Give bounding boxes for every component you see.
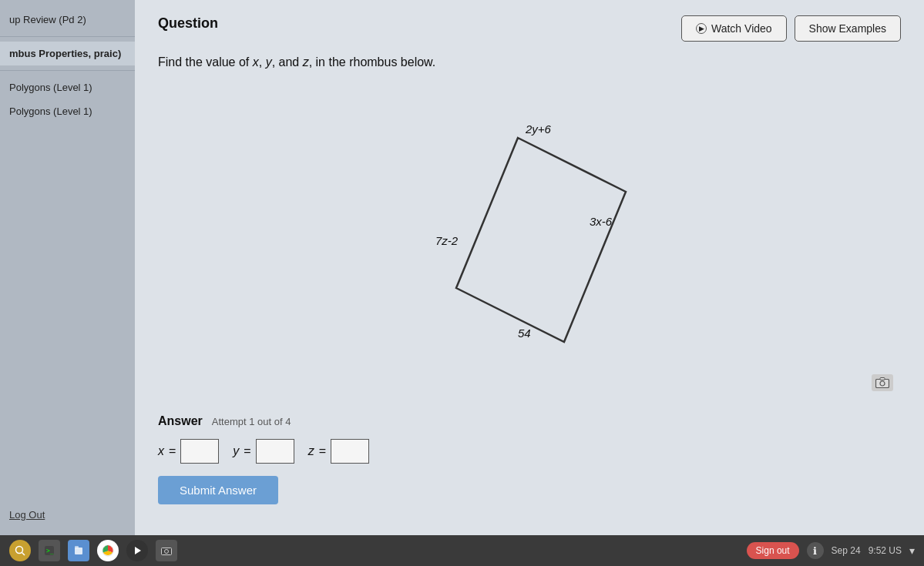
sidebar-divider-2 (0, 70, 135, 71)
svg-rect-9 (75, 546, 79, 548)
label-top: 2y+6 (526, 122, 551, 136)
taskbar-left: >_ (9, 540, 177, 561)
y-var-label: y (233, 444, 239, 458)
taskbar-icon-play[interactable] (126, 540, 148, 561)
taskbar-date: Sep 24 (832, 545, 861, 556)
sign-out-button[interactable]: Sign out (747, 542, 799, 559)
sidebar-divider-1 (0, 36, 135, 37)
svg-text:>_: >_ (46, 548, 54, 554)
svg-rect-1 (876, 380, 889, 388)
svg-rect-3 (880, 378, 885, 380)
diagram-area: 2y+6 3x-6 7z-2 54 (158, 92, 901, 399)
svg-marker-12 (135, 547, 141, 554)
x-var-label: x (158, 444, 164, 458)
logout-link[interactable]: Log Out (9, 509, 45, 521)
label-right: 3x-6 (590, 215, 612, 228)
header-buttons: ▶ Watch Video Show Examples (681, 15, 901, 42)
sidebar-item-polygons-1[interactable]: Polygons (Level 1) (0, 75, 135, 99)
taskbar-icon-terminal[interactable]: >_ (39, 540, 60, 561)
camera-icon (872, 374, 893, 391)
z-input-group: z = (308, 439, 369, 464)
answer-header: Answer Attempt 1 out of 4 (158, 414, 901, 428)
z-equals: = (319, 444, 326, 458)
taskbar: >_ (0, 535, 924, 566)
sidebar-bottom: Log Out (0, 501, 135, 527)
taskbar-icon-search[interactable] (9, 540, 31, 561)
x-input-group: x = (158, 439, 219, 464)
x-equals: = (169, 444, 176, 458)
question-label: Question (158, 15, 218, 32)
x-input[interactable] (180, 439, 219, 464)
label-bottom: 54 (518, 327, 531, 340)
label-left: 7z-2 (435, 234, 458, 247)
answer-inputs: x = y = z = (158, 439, 901, 464)
submit-button[interactable]: Submit Answer (158, 476, 278, 504)
question-text: Find the value of x, y, and z, in the rh… (158, 55, 901, 69)
y-input-group: y = (233, 439, 294, 464)
z-var-label: z (308, 444, 314, 458)
svg-rect-8 (75, 548, 82, 554)
answer-section: Answer Attempt 1 out of 4 x = y = z = (158, 407, 901, 520)
taskbar-right: Sign out ℹ Sep 24 9:52 US ▾ (747, 542, 915, 559)
taskbar-icon-camera2[interactable] (156, 540, 177, 561)
taskbar-time: 9:52 US (869, 545, 902, 556)
taskbar-icon-chrome[interactable] (97, 540, 119, 561)
y-equals: = (244, 444, 250, 458)
sidebar-item-polygons-2[interactable]: Polygons (Level 1) (0, 99, 135, 123)
svg-line-5 (22, 553, 25, 556)
taskbar-info-icon[interactable]: ℹ (807, 542, 824, 559)
svg-marker-0 (456, 138, 626, 342)
show-examples-button[interactable]: Show Examples (795, 15, 901, 42)
svg-point-4 (16, 547, 23, 554)
answer-label: Answer (158, 414, 203, 428)
z-input[interactable] (331, 439, 369, 464)
sidebar-item-rhombus[interactable]: mbus Properties, praic) (0, 42, 135, 65)
taskbar-icon-files[interactable] (68, 540, 89, 561)
watch-video-button[interactable]: ▶ Watch Video (681, 15, 787, 42)
sidebar-item-review[interactable]: up Review (Pd 2) (0, 8, 135, 32)
main-content: Question ▶ Watch Video Show Examples Fin… (135, 0, 924, 535)
header-row: Question ▶ Watch Video Show Examples (158, 15, 901, 42)
play-icon: ▶ (696, 23, 707, 34)
wifi-icon: ▾ (909, 544, 915, 557)
attempt-text: Attempt 1 out of 4 (212, 416, 291, 427)
sidebar: up Review (Pd 2) mbus Properties, praic)… (0, 0, 135, 535)
rhombus-container: 2y+6 3x-6 7z-2 54 (398, 115, 660, 377)
svg-rect-13 (162, 548, 172, 554)
y-input[interactable] (256, 439, 294, 464)
